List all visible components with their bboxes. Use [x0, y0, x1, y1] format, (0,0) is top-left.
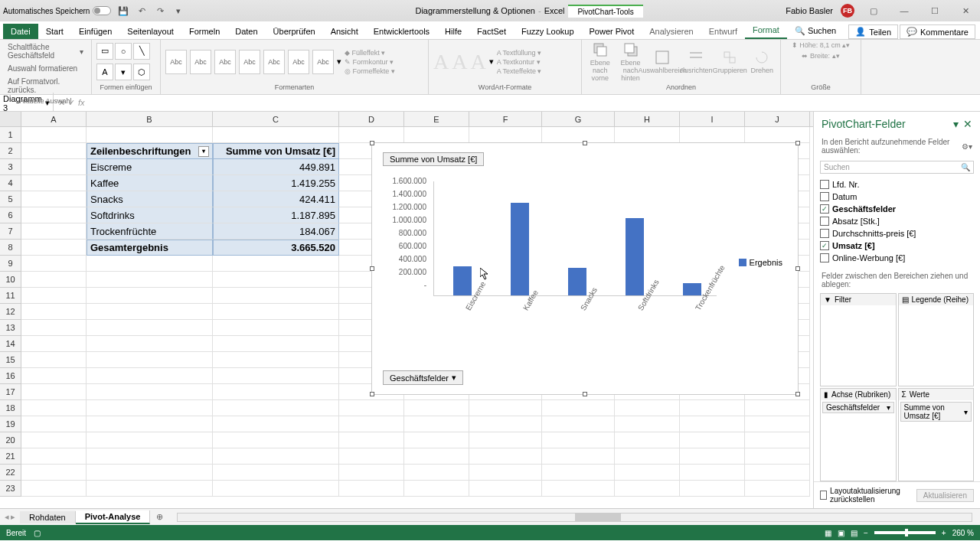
send-backward-button[interactable]: Ebene nach hinten [617, 42, 645, 82]
cell[interactable] [21, 256, 87, 272]
cell[interactable] [542, 127, 615, 143]
axis-area-item[interactable]: Geschäftsfelder▾ [822, 402, 894, 413]
wordart-style-1[interactable]: A [433, 50, 449, 74]
zoom-out-icon[interactable]: − [864, 529, 868, 537]
user-avatar[interactable]: FB [841, 4, 854, 18]
cell[interactable] [542, 400, 615, 416]
cell[interactable] [213, 336, 339, 352]
field-checkbox[interactable] [820, 192, 829, 201]
tab-formulas[interactable]: Formeln [181, 24, 227, 39]
cell[interactable]: Softdrinks [87, 207, 213, 223]
shape-style-3[interactable]: Abc [214, 50, 236, 74]
cell[interactable] [87, 416, 213, 432]
horizontal-scrollbar[interactable] [177, 513, 972, 522]
comments-button[interactable]: 💬 Kommentare [900, 24, 975, 39]
cell[interactable] [680, 400, 745, 416]
cell[interactable] [745, 416, 810, 432]
cell[interactable] [404, 127, 469, 143]
cell[interactable] [404, 432, 469, 448]
cell[interactable] [21, 320, 87, 336]
cell[interactable] [339, 465, 404, 481]
cell[interactable] [213, 448, 339, 465]
cell[interactable] [21, 416, 87, 432]
cell[interactable] [21, 240, 87, 256]
cell[interactable] [339, 400, 404, 416]
row-header-20[interactable]: 20 [0, 432, 21, 448]
pivot-chart[interactable]: Summe von Umsatz [€] Geschäftsfelder ▾ 1… [371, 142, 799, 395]
cell[interactable] [87, 384, 213, 400]
cell[interactable] [87, 127, 213, 143]
row-header-12[interactable]: 12 [0, 304, 21, 320]
cell[interactable]: Summe von Umsatz [€] [213, 143, 339, 159]
cell[interactable]: Kaffee [87, 175, 213, 191]
cell[interactable] [680, 416, 745, 432]
cell[interactable] [213, 320, 339, 336]
cell[interactable] [615, 481, 680, 497]
row-header-14[interactable]: 14 [0, 336, 21, 352]
cell[interactable] [21, 481, 87, 497]
cell[interactable] [542, 432, 615, 448]
tab-insert[interactable]: Einfügen [71, 24, 119, 39]
tab-search[interactable]: 🔍 Suchen [787, 23, 844, 39]
cell[interactable] [213, 465, 339, 481]
tab-review[interactable]: Überprüfen [266, 24, 323, 39]
cell[interactable]: 1.187.895 [213, 207, 339, 223]
cell[interactable] [680, 448, 745, 465]
cell[interactable] [87, 432, 213, 448]
row-header-23[interactable]: 23 [0, 481, 21, 497]
selection-pane-button[interactable]: Auswahlbereich [647, 50, 678, 74]
tab-file[interactable]: Datei [3, 24, 38, 39]
row-header-7[interactable]: 7 [0, 223, 21, 240]
tab-factset[interactable]: FactSet [469, 24, 514, 39]
select-all-corner[interactable] [0, 112, 21, 126]
width-input[interactable]: ⬌ Breite: ▴▾ [802, 52, 839, 60]
cell[interactable] [469, 448, 542, 465]
view-normal-icon[interactable]: ▦ [825, 529, 831, 537]
text-fill-button[interactable]: A Textfüllung ▾ [497, 49, 542, 57]
row-header-11[interactable]: 11 [0, 288, 21, 304]
field-checkbox[interactable] [820, 180, 829, 189]
row-header-16[interactable]: 16 [0, 368, 21, 384]
cell[interactable] [21, 400, 87, 416]
cell[interactable] [213, 272, 339, 288]
cell[interactable] [21, 191, 87, 207]
row-labels-filter[interactable]: ▾ [198, 146, 209, 157]
qat-customize-icon[interactable]: ▾ [172, 5, 185, 17]
selection-dropdown[interactable]: Schaltfläche Geschäftsfeld ▾ [5, 41, 87, 61]
chart-bar[interactable] [453, 266, 472, 295]
field-checkbox[interactable] [820, 253, 829, 262]
shape-style-2[interactable]: Abc [190, 50, 211, 74]
row-header-3[interactable]: 3 [0, 159, 21, 175]
field-list-item[interactable]: Absatz [Stk.] [820, 215, 974, 227]
cell[interactable] [745, 432, 810, 448]
cell[interactable] [615, 448, 680, 465]
cell[interactable] [21, 384, 87, 400]
ribbon-options-icon[interactable]: ▢ [862, 3, 885, 18]
view-page-icon[interactable]: ▣ [838, 529, 844, 537]
cell[interactable] [21, 159, 87, 175]
row-header-17[interactable]: 17 [0, 384, 21, 400]
chart-value-field-button[interactable]: Summe von Umsatz [€] [383, 152, 484, 166]
field-checkbox[interactable] [820, 204, 829, 214]
row-header-21[interactable]: 21 [0, 448, 21, 465]
tab-developer[interactable]: Entwicklertools [366, 24, 437, 39]
cell[interactable] [542, 481, 615, 497]
cell[interactable] [680, 481, 745, 497]
cell[interactable] [680, 127, 745, 143]
shape-style-4[interactable]: Abc [239, 50, 260, 74]
col-header-G[interactable]: G [542, 112, 615, 126]
field-pane-close-icon[interactable]: ✕ [963, 118, 972, 130]
cell[interactable] [21, 223, 87, 240]
cell[interactable] [213, 304, 339, 320]
row-header-6[interactable]: 6 [0, 207, 21, 223]
cell[interactable] [745, 481, 810, 497]
col-header-A[interactable]: A [21, 112, 87, 126]
row-header-18[interactable]: 18 [0, 400, 21, 416]
axis-area[interactable]: ▮Achse (Rubriken) Geschäftsfelder▾ [820, 388, 897, 481]
field-list-item[interactable]: Lfd. Nr. [820, 178, 974, 191]
group-button[interactable]: Gruppieren [714, 50, 745, 74]
cell[interactable] [404, 416, 469, 432]
field-checkbox[interactable] [820, 217, 829, 226]
cell[interactable] [404, 481, 469, 497]
cell[interactable] [21, 288, 87, 304]
